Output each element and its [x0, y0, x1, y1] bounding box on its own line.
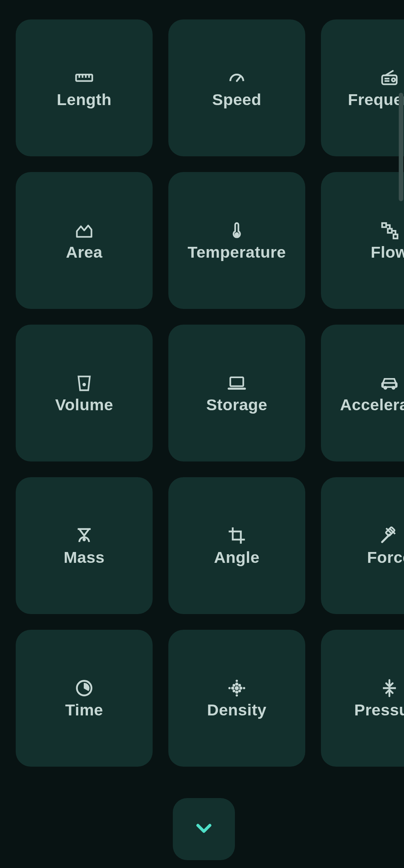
- svg-rect-12: [382, 223, 386, 227]
- blur-icon: [226, 678, 247, 699]
- category-label: Density: [207, 701, 267, 719]
- category-label: Temperature: [188, 243, 286, 261]
- scale-icon: [74, 525, 95, 546]
- svg-point-35: [233, 690, 235, 691]
- category-card-storage[interactable]: Storage: [168, 325, 305, 461]
- category-label: Storage: [206, 396, 267, 414]
- laptop-icon: [226, 372, 247, 393]
- category-label: Length: [57, 91, 111, 109]
- category-label: Frequency: [348, 91, 404, 109]
- category-label: Flow: [371, 243, 404, 261]
- flow-icon: [379, 220, 400, 241]
- category-card-area[interactable]: Area: [16, 172, 153, 309]
- area-icon: [74, 220, 95, 241]
- svg-point-8: [392, 78, 395, 82]
- category-card-mass[interactable]: Mass: [16, 477, 153, 614]
- svg-point-37: [236, 680, 238, 681]
- svg-rect-0: [76, 74, 92, 81]
- cup-icon: [74, 372, 95, 393]
- svg-point-28: [235, 686, 239, 690]
- category-card-density[interactable]: Density: [168, 630, 305, 767]
- category-label: Acceleration: [340, 396, 404, 414]
- scrollbar-thumb[interactable]: [399, 93, 403, 201]
- thermometer-icon: [226, 220, 247, 241]
- compress-icon: [379, 678, 400, 699]
- category-label: Force: [367, 548, 404, 567]
- category-label: Speed: [212, 91, 261, 109]
- svg-point-33: [233, 684, 235, 686]
- svg-point-20: [392, 386, 395, 389]
- chevron-down-icon: [192, 816, 216, 842]
- svg-point-36: [239, 690, 241, 691]
- svg-point-11: [235, 233, 239, 236]
- svg-point-30: [236, 691, 238, 693]
- svg-point-32: [240, 687, 242, 689]
- category-card-acceleration[interactable]: Acceleration: [321, 325, 404, 461]
- category-label: Area: [66, 243, 102, 261]
- svg-point-38: [236, 694, 238, 696]
- category-card-frequency[interactable]: Frequency: [321, 19, 404, 156]
- clock-icon: [74, 678, 95, 699]
- category-grid: Length Speed Frequency Area Tempera: [16, 19, 404, 767]
- svg-point-29: [236, 683, 238, 685]
- category-label: Pressure: [354, 701, 404, 719]
- radio-icon: [379, 67, 400, 88]
- svg-line-24: [382, 534, 390, 542]
- category-card-force[interactable]: Force: [321, 477, 404, 614]
- svg-point-15: [83, 383, 86, 386]
- category-card-length[interactable]: Length: [16, 19, 153, 156]
- svg-rect-16: [230, 377, 244, 386]
- category-card-volume[interactable]: Volume: [16, 325, 153, 461]
- category-card-speed[interactable]: Speed: [168, 19, 305, 156]
- svg-point-39: [229, 687, 230, 689]
- svg-point-34: [239, 684, 241, 686]
- car-icon: [379, 372, 400, 393]
- category-card-flow[interactable]: Flow: [321, 172, 404, 309]
- crop-icon: [226, 525, 247, 546]
- category-card-angle[interactable]: Angle: [168, 477, 305, 614]
- svg-rect-14: [394, 234, 398, 238]
- ruler-icon: [74, 67, 95, 88]
- category-card-temperature[interactable]: Temperature: [168, 172, 305, 309]
- svg-point-31: [232, 687, 234, 689]
- collapse-button[interactable]: [173, 798, 235, 860]
- svg-point-19: [384, 386, 387, 389]
- category-card-time[interactable]: Time: [16, 630, 153, 767]
- category-card-pressure[interactable]: Pressure: [321, 630, 404, 767]
- svg-point-40: [244, 687, 245, 689]
- category-grid-viewport: Length Speed Frequency Area Tempera: [0, 0, 404, 868]
- category-label: Mass: [64, 548, 105, 567]
- category-label: Volume: [55, 396, 113, 414]
- svg-point-22: [83, 538, 86, 541]
- category-label: Time: [65, 701, 103, 719]
- gavel-icon: [379, 525, 400, 546]
- svg-rect-13: [388, 228, 392, 233]
- category-label: Angle: [214, 548, 260, 567]
- gauge-icon: [226, 67, 247, 88]
- svg-line-5: [237, 77, 240, 81]
